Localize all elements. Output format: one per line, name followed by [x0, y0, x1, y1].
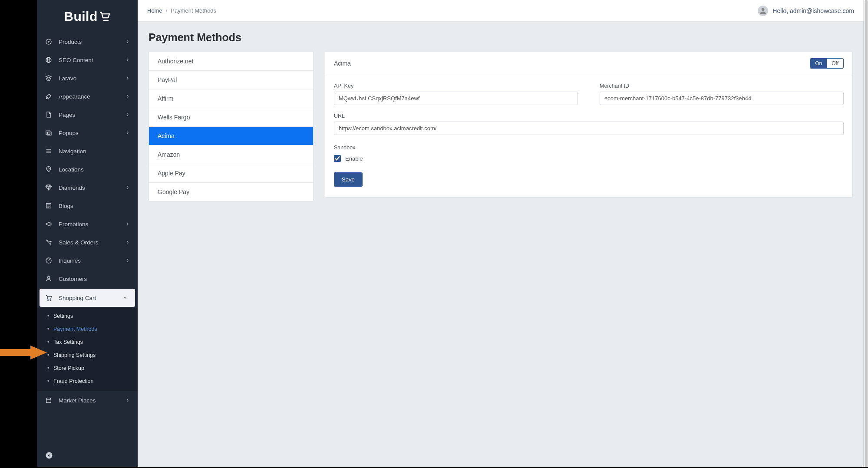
scrollbar-thumb[interactable]	[865, 0, 868, 467]
svg-rect-4	[46, 131, 50, 134]
sidebar-item-popups[interactable]: Popups	[37, 124, 138, 142]
sidebar-item-customers[interactable]: Customers	[37, 270, 138, 288]
method-row-google-pay[interactable]: Google Pay	[149, 183, 313, 201]
sidebar-item-locations[interactable]: Locations	[37, 160, 138, 178]
sidebar-item-label: Laravo	[59, 75, 125, 82]
sidebar-subitem-label: Tax Settings	[53, 339, 83, 345]
sidebar-item-label: Pages	[59, 112, 125, 118]
sidebar-item-market-places[interactable]: Market Places	[37, 391, 138, 409]
chevron-right-icon	[125, 39, 131, 45]
breadcrumb-separator: /	[166, 7, 168, 14]
sidebar-item-inquiries[interactable]: Inquiries	[37, 251, 138, 270]
sidebar-item-label: Locations	[59, 166, 131, 173]
method-row-paypal[interactable]: PayPal	[149, 71, 313, 89]
save-button[interactable]: Save	[334, 172, 363, 187]
sandbox-enable-row: Enable	[334, 155, 844, 162]
merchant-id-field-group: Merchant ID	[600, 83, 844, 105]
method-row-label: Acima	[158, 132, 175, 139]
page-title: Payment Methods	[149, 31, 853, 44]
blogs-icon	[45, 202, 53, 210]
window-scrollbar[interactable]	[864, 0, 868, 467]
sidebar-item-sales-orders[interactable]: Sales & Orders	[37, 233, 138, 251]
method-row-affirm[interactable]: Affirm	[149, 89, 313, 108]
svg-point-19	[50, 300, 51, 300]
laravo-icon	[45, 74, 53, 82]
chevron-right-icon	[125, 239, 131, 245]
user-menu[interactable]: Hello, admin@ishowcase.com	[758, 6, 854, 16]
sidebar-item-seo-content[interactable]: SEO Content	[37, 51, 138, 69]
sidebar-item-shopping-cart[interactable]: Shopping Cart	[40, 289, 135, 307]
main: Home / Payment Methods Hello, admin@isho…	[138, 0, 864, 467]
chevron-right-icon	[125, 221, 131, 227]
sidebar-item-label: Appearance	[59, 93, 125, 100]
sidebar-item-pages[interactable]: Pages	[37, 105, 138, 124]
seo-icon	[45, 56, 53, 64]
method-row-apple-pay[interactable]: Apple Pay	[149, 164, 313, 183]
promotions-icon	[45, 220, 53, 228]
merchant-id-input[interactable]	[600, 92, 844, 105]
method-row-authorize-net[interactable]: Authorize.net	[149, 52, 313, 71]
chevron-right-icon	[125, 130, 131, 136]
back-arrow-icon[interactable]	[45, 451, 53, 460]
sidebar-subitem-store-pickup[interactable]: Store Pickup	[37, 362, 138, 375]
logo[interactable]: Build	[37, 0, 138, 33]
appearance-icon	[45, 92, 53, 100]
sidebar-item-label: Diamonds	[59, 185, 125, 191]
api-key-input[interactable]	[334, 92, 578, 105]
chevron-right-icon	[125, 397, 131, 403]
sidebar-item-label: Navigation	[59, 148, 131, 155]
sidebar-item-products[interactable]: Products	[37, 33, 138, 51]
sidebar-subitem-settings[interactable]: Settings	[37, 310, 138, 323]
logo-text: Build	[64, 9, 98, 24]
chevron-right-icon	[125, 57, 131, 63]
sidebar-item-blogs[interactable]: Blogs	[37, 197, 138, 215]
onoff-toggle[interactable]: On Off	[810, 58, 844, 69]
sidebar-subitem-tax-settings[interactable]: Tax Settings	[37, 336, 138, 349]
sales-icon	[45, 238, 53, 246]
detail-header: Acima On Off	[325, 52, 852, 75]
svg-rect-5	[47, 132, 51, 135]
sidebar-subitem-fraud-protection[interactable]: Fraud Protection	[37, 375, 138, 388]
sidebar-subitem-label: Payment Methods	[53, 326, 97, 332]
popups-icon	[45, 129, 53, 137]
avatar-icon	[758, 6, 768, 16]
sidebar-footer	[37, 445, 138, 467]
sidebar-subitem-shipping-settings[interactable]: Shipping Settings	[37, 349, 138, 362]
toggle-on[interactable]: On	[810, 59, 827, 68]
breadcrumb-home[interactable]: Home	[147, 7, 162, 14]
sidebar-item-label: Shopping Cart	[59, 295, 122, 301]
svg-point-9	[48, 168, 49, 169]
chevron-right-icon	[125, 112, 131, 118]
sandbox-enable-checkbox[interactable]	[334, 155, 341, 162]
sidebar-subitem-payment-methods[interactable]: Payment Methods	[37, 323, 138, 336]
method-row-label: Amazon	[158, 151, 180, 158]
sidebar-item-promotions[interactable]: Promotions	[37, 215, 138, 233]
svg-point-18	[48, 300, 49, 300]
method-row-wells-fargo[interactable]: Wells Fargo	[149, 108, 313, 127]
sidebar-item-laravo[interactable]: Laravo	[37, 69, 138, 87]
sidebar-subitem-label: Store Pickup	[53, 365, 84, 371]
method-row-amazon[interactable]: Amazon	[149, 145, 313, 164]
products-icon	[45, 38, 53, 46]
sidebar-item-label: Products	[59, 39, 125, 45]
url-field-group: URL	[334, 113, 844, 135]
user-greeting: Hello, admin@ishowcase.com	[772, 7, 854, 14]
sidebar-nav: ProductsSEO ContentLaravoAppearancePages…	[37, 33, 138, 445]
inquiries-icon	[45, 257, 53, 264]
method-row-label: Apple Pay	[158, 170, 185, 177]
sidebar-item-label: Popups	[59, 130, 125, 136]
svg-point-17	[47, 277, 50, 279]
sidebar-item-diamonds[interactable]: Diamonds	[37, 178, 138, 197]
method-row-label: Google Pay	[158, 188, 189, 195]
cart-icon	[45, 294, 53, 302]
customers-icon	[45, 275, 53, 283]
sidebar-subitem-label: Shipping Settings	[53, 352, 96, 358]
pages-icon	[45, 111, 53, 119]
sidebar-item-navigation[interactable]: Navigation	[37, 142, 138, 160]
url-input[interactable]	[334, 122, 844, 135]
sidebar-item-label: Inquiries	[59, 257, 125, 264]
method-row-acima[interactable]: Acima	[149, 127, 313, 145]
toggle-off[interactable]: Off	[827, 59, 843, 68]
api-key-label: API Key	[334, 83, 578, 89]
sidebar-item-appearance[interactable]: Appearance	[37, 87, 138, 105]
